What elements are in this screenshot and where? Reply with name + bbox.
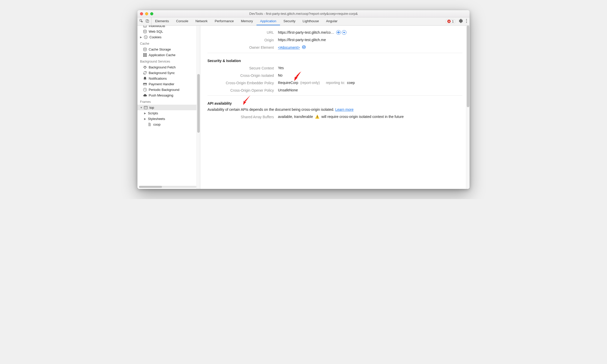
scrollbar-thumb[interactable] (139, 186, 162, 188)
value-origin: https://first-party-test.glitch.me (278, 38, 326, 42)
svg-rect-2 (147, 20, 149, 22)
sidebar-item-label: Periodic Background (149, 88, 179, 92)
sidebar-item-notifications[interactable]: Notifications (137, 76, 200, 81)
value-coi: No (278, 73, 283, 77)
svg-point-22 (338, 32, 339, 33)
sidebar-frame-stylesheets[interactable]: ▶ Stylesheets (137, 116, 200, 122)
svg-rect-15 (145, 53, 147, 55)
caret-right-icon: ▶ (144, 117, 146, 120)
devtools-window: DevTools - first-party-test.glitch.me/co… (137, 10, 470, 189)
tab-application[interactable]: Application (256, 17, 280, 25)
api-availability-description: Availability of certain APIs depends on … (207, 107, 462, 112)
row-cross-origin-isolated: Cross-Origin Isolated No (207, 73, 462, 78)
label-owner-element: Owner Element (207, 45, 274, 50)
sab-warning-text: will require cross-origin isolated conte… (321, 115, 404, 119)
row-shared-array-buffers: Shared Array Buffers available, transfer… (207, 115, 462, 119)
main-vertical-scrollbar[interactable] (466, 26, 470, 189)
scrollbar-thumb[interactable] (467, 26, 469, 107)
devtools-toolbar: Elements Console Network Performance Mem… (137, 17, 470, 26)
sidebar-frame-coop[interactable]: coop (137, 122, 200, 127)
coep-qualifier: (report-only) (300, 81, 320, 85)
document-icon (148, 123, 151, 126)
svg-rect-17 (145, 55, 147, 56)
row-origin: Origin https://first-party-test.glitch.m… (207, 38, 462, 42)
window-title: DevTools - first-party-test.glitch.me/co… (140, 12, 467, 16)
svg-point-3 (466, 19, 467, 20)
maximize-window-button[interactable] (150, 12, 153, 15)
device-toolbar-icon[interactable] (146, 19, 149, 23)
row-coop: Cross-Origin Opener Policy UnsafeNone (207, 88, 462, 92)
caret-right-icon: ▶ (144, 112, 146, 115)
sidebar-horizontal-scrollbar[interactable] (139, 186, 196, 188)
sidebar-group-frames: Frames (137, 98, 200, 105)
row-url: URL https://first-party-test.glitch.me/c… (207, 30, 462, 35)
sidebar-frame-scripts[interactable]: ▶ Scripts (137, 110, 200, 116)
scrollbar-thumb[interactable] (197, 74, 200, 133)
sidebar-item-payment-handler[interactable]: Payment Handler (137, 81, 200, 87)
label-secure-context: Secure Context (207, 66, 274, 70)
settings-icon[interactable] (459, 19, 463, 24)
sidebar-item-label: Payment Handler (149, 82, 174, 86)
sidebar-item-label: Web SQL (149, 30, 163, 33)
sidebar-item-bg-fetch[interactable]: Background Fetch (137, 64, 200, 70)
svg-rect-19 (143, 83, 147, 84)
tab-security[interactable]: Security (280, 17, 299, 25)
tab-performance[interactable]: Performance (211, 17, 237, 25)
fetch-icon (143, 65, 147, 69)
error-count-badge[interactable]: ✕ 1 (445, 19, 456, 24)
tab-elements[interactable]: Elements (151, 17, 172, 25)
sidebar-item-application-cache[interactable]: Application Cache (137, 52, 200, 58)
coep-reporting-to-value: coep (347, 81, 355, 85)
label-coop: Cross-Origin Opener Policy (207, 88, 274, 92)
annotation-arrow-icon (292, 70, 303, 82)
value-coop: UnsafeNone (278, 88, 298, 92)
svg-point-13 (144, 48, 146, 49)
tab-memory[interactable]: Memory (237, 17, 256, 25)
learn-more-link[interactable]: Learn more (335, 107, 354, 112)
sidebar-item-indexeddb[interactable]: IndexedDB (137, 26, 200, 29)
cookie-icon (144, 35, 148, 39)
inspect-element-icon[interactable] (139, 19, 143, 23)
grid-icon (143, 53, 147, 57)
sidebar-item-cache-storage[interactable]: Cache Storage (137, 46, 200, 52)
close-window-button[interactable] (140, 12, 143, 15)
row-coep: Cross-Origin Embedder Policy RequireCorp… (207, 81, 462, 85)
tab-network[interactable]: Network (192, 17, 211, 25)
code-icon[interactable] (302, 45, 306, 50)
reveal-in-sources-icon[interactable] (336, 30, 341, 35)
more-menu-icon[interactable] (466, 19, 467, 24)
tab-console[interactable]: Console (172, 17, 192, 25)
svg-point-10 (146, 37, 147, 37)
minimize-window-button[interactable] (145, 12, 148, 15)
sidebar-frame-top[interactable]: ▼ top (137, 105, 200, 110)
svg-rect-14 (143, 53, 145, 55)
svg-point-8 (144, 35, 147, 39)
database-icon (143, 47, 147, 51)
section-security-isolation: Security & Isolation (207, 59, 462, 63)
svg-rect-21 (144, 106, 147, 109)
sidebar-item-cookies[interactable]: ▶ Cookies (137, 34, 200, 40)
sync-icon (143, 71, 147, 75)
owner-element-link[interactable]: <#document> (278, 45, 300, 50)
sidebar-item-bg-sync[interactable]: Background Sync (137, 70, 200, 76)
coep-reporting-to-label: reporting to: (326, 81, 345, 85)
card-icon (143, 82, 147, 86)
database-icon (143, 26, 147, 28)
sidebar-item-label: Scripts (148, 111, 158, 115)
clock-icon (143, 88, 147, 92)
value-secure-context: Yes (278, 66, 284, 70)
sidebar-item-label: Notifications (149, 77, 167, 80)
sidebar-item-label: IndexedDB (149, 26, 165, 28)
row-owner-element: Owner Element <#document> (207, 45, 462, 50)
cloud-icon (143, 93, 147, 97)
tab-angular[interactable]: Angular (322, 17, 341, 25)
sidebar-item-push-messaging[interactable]: Push Messaging (137, 92, 200, 98)
svg-point-7 (144, 30, 146, 31)
sidebar-vertical-scrollbar[interactable] (196, 26, 200, 189)
reveal-in-network-icon[interactable] (342, 30, 346, 35)
tab-lighthouse[interactable]: Lighthouse (299, 17, 323, 25)
application-sidebar: IndexedDB Web SQL ▶ Cookies Cache (137, 26, 200, 189)
svg-point-9 (145, 36, 145, 37)
sidebar-item-periodic-bg[interactable]: Periodic Background (137, 87, 200, 92)
sidebar-item-websql[interactable]: Web SQL (137, 29, 200, 34)
